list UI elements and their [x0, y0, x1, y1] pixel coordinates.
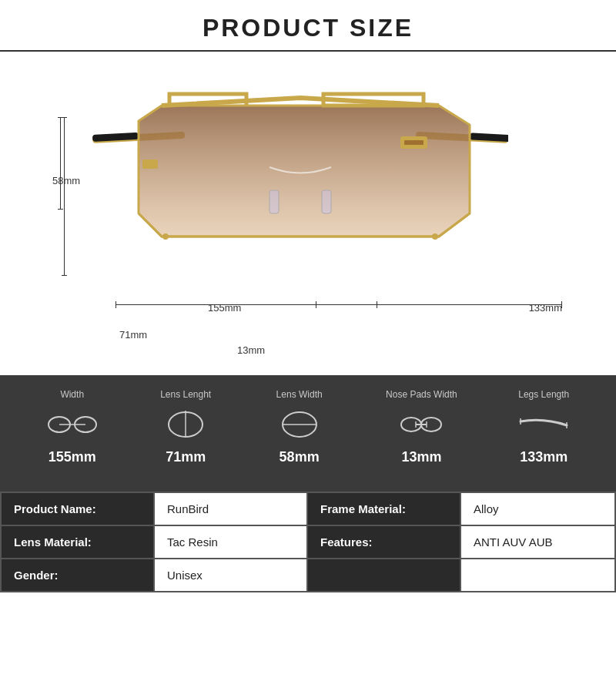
spec-value-width: 155mm — [49, 449, 96, 465]
svg-point-9 — [162, 233, 169, 240]
spec-value-legs: 133mm — [520, 449, 567, 465]
label-71mm: 71mm — [119, 329, 147, 341]
lens-material-label: Lens Material: — [2, 526, 155, 558]
spec-col-lens-length: Lens Lenght 71mm — [159, 389, 213, 465]
label-13mm: 13mm — [237, 344, 265, 356]
svg-rect-8 — [404, 140, 424, 145]
specs-grid: Width 155mm Lens Lenght 71mm — [15, 389, 601, 465]
info-row-3: Gender: Unisex — [2, 559, 614, 591]
spec-icon-lens-length — [159, 406, 213, 443]
spec-label-lens-length: Lens Lenght — [160, 389, 211, 400]
gender-label: Gender: — [2, 559, 155, 591]
empty-value-3 — [461, 559, 614, 591]
empty-label-3 — [308, 559, 461, 591]
spec-value-nose-pads: 13mm — [401, 449, 441, 465]
info-row-1: Product Name: RunBird Frame Material: Al… — [2, 493, 614, 526]
gender-value: Unisex — [155, 559, 308, 591]
spec-label-legs: Legs Length — [518, 389, 569, 400]
spec-col-lens-width: Lens Width 58mm — [273, 389, 326, 465]
spec-icon-width — [45, 406, 99, 443]
svg-rect-4 — [270, 190, 279, 213]
product-diagram: 58mm 155mm 71mm 13mm 133mm — [0, 52, 616, 375]
page-header: PRODUCT SIZE — [0, 0, 616, 52]
spec-icon-legs — [517, 406, 571, 443]
spec-value-lens-width: 58mm — [280, 449, 320, 465]
vline-58 — [64, 117, 65, 275]
spec-icon-nose-pads — [394, 406, 448, 443]
info-table: Product Name: RunBird Frame Material: Al… — [0, 492, 616, 592]
lens-material-value: Tac Resin — [155, 526, 308, 558]
tick-bottom-58 — [62, 275, 67, 276]
sunglasses-image — [92, 90, 508, 306]
specs-section: Width 155mm Lens Lenght 71mm — [0, 375, 616, 492]
features-value: ANTI AUV AUB — [461, 526, 614, 558]
spec-col-nose-pads: Nose Pads Width 13mm — [386, 389, 457, 465]
frame-material-value: Alloy — [461, 493, 614, 525]
diagram-wrapper: 58mm 155mm 71mm 13mm 133mm — [46, 75, 570, 360]
svg-point-10 — [432, 233, 438, 240]
spec-value-lens-length: 71mm — [166, 449, 206, 465]
svg-rect-5 — [322, 190, 331, 213]
info-row-2: Lens Material: Tac Resin Features: ANTI … — [2, 526, 614, 559]
product-name-value: RunBird — [155, 493, 308, 525]
spec-label-nose-pads: Nose Pads Width — [386, 389, 457, 400]
product-name-label: Product Name: — [2, 493, 155, 525]
page-title: PRODUCT SIZE — [0, 14, 616, 42]
svg-rect-6 — [142, 159, 158, 169]
spec-label-lens-width: Lens Width — [276, 389, 323, 400]
label-155mm: 155mm — [208, 302, 241, 314]
label-58mm: 58mm — [52, 175, 80, 186]
spec-label-width: Width — [60, 389, 84, 400]
hline-133 — [316, 304, 562, 305]
spec-icon-lens-width — [273, 406, 326, 443]
spec-col-legs: Legs Length 133mm — [517, 389, 571, 465]
frame-material-label: Frame Material: — [308, 493, 461, 525]
features-label: Features: — [308, 526, 461, 558]
spec-col-width: Width 155mm — [45, 389, 99, 465]
